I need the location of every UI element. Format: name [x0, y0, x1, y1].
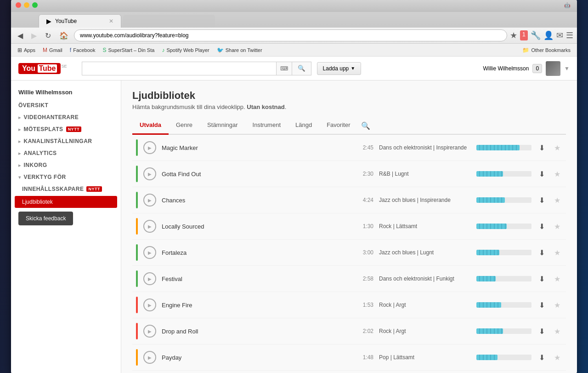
tab-search-icon[interactable]: 🔍: [357, 118, 374, 134]
bookmarks-bar: ⊞ Apps M Gmail f Facebook S SuperStart –…: [11, 44, 577, 57]
star-icon[interactable]: ★: [552, 273, 562, 285]
download-icon[interactable]: ⬇: [537, 273, 547, 285]
search-button[interactable]: 🔍: [292, 62, 311, 75]
track-duration: 4:24: [355, 197, 373, 203]
extension-icon-1[interactable]: 🔧: [531, 30, 541, 40]
track-duration: 2:58: [355, 275, 373, 282]
bookmark-apps[interactable]: ⊞ Apps: [15, 46, 38, 54]
bookmark-gmail[interactable]: M Gmail: [40, 46, 65, 54]
browser-tab-youtube[interactable]: ▶ YouTube ✕: [39, 14, 121, 28]
bookmark-other[interactable]: 📁 Other Bookmarks: [520, 46, 573, 54]
download-icon[interactable]: ⬇: [537, 247, 547, 259]
play-button[interactable]: ▶: [143, 272, 156, 285]
feedback-button[interactable]: Skicka feedback: [18, 212, 73, 225]
notification-icon[interactable]: 1: [520, 30, 528, 40]
bookmark-facebook-label: Facebook: [73, 47, 95, 53]
tab-stamningar[interactable]: Stämningar: [200, 118, 245, 135]
star-icon[interactable]: ★: [552, 299, 562, 311]
play-button[interactable]: ▶: [143, 167, 156, 180]
download-icon[interactable]: ⬇: [537, 142, 547, 154]
tab-favoriter[interactable]: Favoriter: [319, 118, 357, 135]
track-duration: 1:48: [355, 354, 373, 361]
star-icon[interactable]: ★: [552, 325, 562, 338]
star-icon[interactable]: ★: [552, 194, 562, 207]
tab-langd[interactable]: Längd: [288, 118, 319, 135]
sidebar-item-analytics[interactable]: ▸ ANALYTICS: [11, 147, 121, 159]
star-icon[interactable]: ★: [552, 142, 562, 154]
track-duration: 2:02: [355, 328, 373, 334]
address-bar[interactable]: [74, 29, 507, 41]
bookmark-superstart[interactable]: S SuperStart – Din Sta: [100, 46, 157, 54]
page-content: Willie Wilhelmsson ÖVERSIKT ▸ VIDEOHANTE…: [11, 80, 577, 373]
track-bar-fill: [476, 250, 499, 255]
close-button[interactable]: [16, 2, 21, 8]
play-button[interactable]: ▶: [143, 220, 156, 233]
sidebar-item-oversikt[interactable]: ÖVERSIKT: [11, 99, 121, 111]
download-icon[interactable]: ⬇: [537, 351, 547, 364]
play-button[interactable]: ▶: [143, 325, 156, 338]
track-duration: 2:30: [355, 171, 373, 177]
maximize-button[interactable]: [32, 2, 38, 8]
star-icon[interactable]: ★: [552, 351, 562, 364]
sidebar-item-inkorg[interactable]: ▸ INKORG: [11, 159, 121, 171]
keyboard-toggle[interactable]: ⌨: [276, 62, 292, 75]
play-button[interactable]: ▶: [143, 351, 156, 364]
bookmark-twitter[interactable]: 🐦 Share on Twitter: [214, 46, 265, 54]
bookmark-star-icon[interactable]: ★: [510, 30, 517, 40]
sidebar-item-motesplats[interactable]: ▸ MÖTESPLATS NYTT: [11, 123, 121, 135]
user-menu-icon[interactable]: ▼: [564, 65, 570, 72]
extension-icon-3[interactable]: ✉: [556, 30, 563, 40]
track-row: ▶ Chances 4:24 Jazz och blues | Inspirer…: [132, 187, 566, 213]
sidebar-item-kanalinst[interactable]: ▸ KANALINSTÄLLNINGAR: [11, 135, 121, 147]
track-popularity-bar: [476, 145, 531, 150]
download-icon[interactable]: ⬇: [537, 220, 547, 233]
bookmark-spotify[interactable]: ♪ Spotify Web Player: [159, 46, 212, 54]
track-list: ▶ Magic Marker 2:45 Dans och elektronisk…: [132, 135, 566, 373]
download-icon[interactable]: ⬇: [537, 168, 547, 180]
track-genre: Dans och elektroniskt | Funkigt: [379, 275, 471, 282]
motesplats-arrow: ▸: [18, 127, 21, 132]
user-avatar[interactable]: [546, 61, 560, 76]
play-button[interactable]: ▶: [143, 298, 156, 311]
upload-label: Ladda upp: [323, 65, 349, 72]
home-button[interactable]: 🏠: [57, 30, 71, 41]
star-icon[interactable]: ★: [552, 168, 562, 180]
tab-instrument[interactable]: Instrument: [245, 118, 288, 135]
sidebar-username: Willie Wilhelmsson: [11, 85, 121, 99]
yt-logo[interactable]: You Tube SE: [18, 63, 67, 74]
menu-icon[interactable]: ☰: [566, 30, 573, 40]
play-button[interactable]: ▶: [143, 141, 156, 154]
star-icon[interactable]: ★: [552, 247, 562, 259]
videohanterare-arrow: ▸: [18, 115, 21, 120]
track-color-indicator: [136, 139, 138, 156]
search-input[interactable]: [82, 62, 276, 75]
title-bar: 🤖: [11, 0, 577, 12]
track-genre: Rock | Argt: [379, 302, 471, 308]
upload-button[interactable]: Ladda upp ▼: [317, 62, 362, 75]
tab-utvalda[interactable]: Utvalda: [132, 118, 169, 135]
tab-close-icon[interactable]: ✕: [109, 18, 113, 24]
minimize-button[interactable]: [24, 2, 29, 8]
download-icon[interactable]: ⬇: [537, 299, 547, 311]
bookmark-twitter-label: Share on Twitter: [226, 47, 262, 53]
back-button[interactable]: ◀: [15, 30, 26, 41]
videohanterare-label: VIDEOHANTERARE: [24, 114, 79, 121]
tab-genre[interactable]: Genre: [169, 118, 200, 135]
extension-icon-2[interactable]: 👤: [543, 30, 554, 40]
subtitle-end: .: [285, 103, 287, 110]
sidebar-active-ljudbibliotek[interactable]: Ljudbibliotek: [15, 196, 117, 208]
reload-button[interactable]: ↻: [42, 30, 54, 41]
motesplats-label: MÖTESPLATS: [24, 126, 63, 132]
sidebar-item-videohanterare[interactable]: ▸ VIDEOHANTERARE: [11, 111, 121, 123]
forward-button[interactable]: ▶: [28, 30, 40, 41]
bookmark-facebook[interactable]: f Facebook: [67, 46, 98, 54]
play-button[interactable]: ▶: [143, 194, 156, 207]
motesplats-badge: NYTT: [66, 126, 82, 132]
track-popularity-bar: [476, 250, 531, 255]
download-icon[interactable]: ⬇: [537, 194, 547, 207]
twitter-icon: 🐦: [217, 47, 224, 53]
star-icon[interactable]: ★: [552, 220, 562, 233]
play-button[interactable]: ▶: [143, 246, 156, 259]
content-tabs: Utvalda Genre Stämningar Instrument Läng…: [132, 118, 566, 135]
download-icon[interactable]: ⬇: [537, 325, 547, 338]
